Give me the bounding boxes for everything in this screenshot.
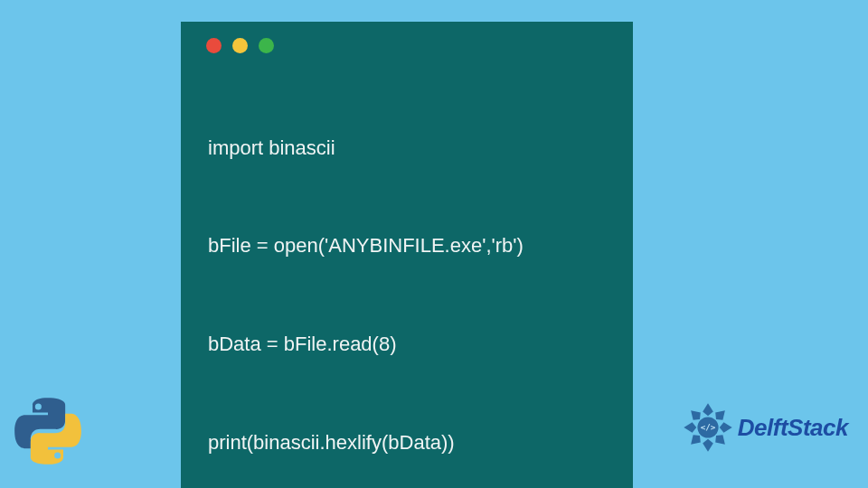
code-block: import binascii bFile = open('ANYBINFILE… [181,62,633,488]
window-traffic-lights [181,22,633,62]
code-line: bData = bFile.read(8) [208,328,609,361]
traffic-light-red-icon [206,38,222,53]
traffic-light-green-icon [259,38,274,53]
code-line: bFile = open('ANYBINFILE.exe','rb') [208,230,609,262]
code-window: import binascii bFile = open('ANYBINFILE… [181,22,633,488]
brand-footer: </> DelftStack [682,401,848,454]
delftstack-mandala-icon: </> [682,401,734,454]
traffic-light-yellow-icon [232,38,248,53]
brand-name: DelftStack [738,414,848,442]
code-line: import binascii [208,132,609,164]
code-line: print(binascii.hexlify(bData)) [208,427,609,459]
python-logo-icon [13,394,83,468]
svg-text:</>: </> [700,422,715,432]
